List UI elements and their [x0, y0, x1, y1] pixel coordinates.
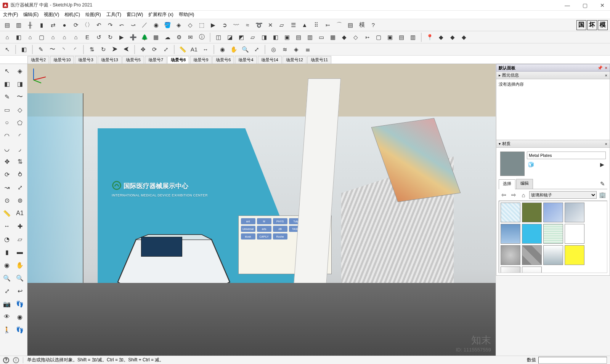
circle-arrow-button[interactable]: ➲ — [220, 20, 230, 30]
material-preview-swatch[interactable] — [500, 152, 525, 176]
box-outline-button[interactable]: ▢ — [37, 32, 47, 42]
free-button[interactable]: 〜 — [47, 45, 57, 54]
compass-button[interactable]: ➳ — [362, 32, 372, 42]
box-a-button[interactable]: ◫ — [214, 32, 223, 42]
zoom-window-button[interactable]: 🔍 — [14, 272, 26, 284]
material-swatch[interactable] — [565, 224, 584, 244]
material-tab-select[interactable]: 选择 — [499, 179, 515, 189]
scene-tab[interactable]: 场景号11 — [307, 56, 331, 64]
mirror-button[interactable]: ▲ — [300, 20, 310, 30]
orbit-button[interactable]: ◉ — [151, 20, 161, 30]
material-menu-button[interactable]: 🏢 — [598, 191, 607, 199]
move-button[interactable]: ✥ — [138, 45, 148, 54]
stairs-button[interactable]: ╫ — [25, 20, 35, 30]
line-button[interactable]: ／ — [140, 20, 149, 30]
box-cyan-button[interactable]: ◆ — [436, 32, 446, 42]
grid-button[interactable]: ▦ — [328, 32, 338, 42]
orbit-button[interactable]: ◉ — [1, 259, 13, 271]
offset-button[interactable]: ⊙ — [1, 194, 13, 206]
box-iso-button[interactable]: ◧ — [14, 32, 24, 42]
pencil-button[interactable]: ✎ — [1, 91, 13, 103]
fill-bucket-button[interactable]: 🪣 — [162, 20, 172, 30]
house-empty-button[interactable]: ⌂ — [59, 32, 69, 42]
arc1-button[interactable]: ◝ — [59, 45, 69, 54]
entity-info-header[interactable]: ▸ 图元信息 × — [496, 72, 610, 79]
menu-x[interactable]: 扩展程序 (x) — [148, 11, 173, 18]
create-material-button[interactable]: 🧊 — [527, 161, 535, 168]
offset2-button[interactable]: ⊚ — [14, 194, 26, 206]
para-button[interactable]: ▱ — [248, 32, 258, 42]
minimize-button[interactable]: — — [562, 3, 573, 8]
scene-tab[interactable]: 场景号10 — [50, 56, 74, 64]
scene-tab[interactable]: 场景号2 — [27, 56, 49, 64]
arc-l-button[interactable]: ⤺ — [117, 20, 127, 30]
eraser-pink-button[interactable]: ◧ — [19, 45, 29, 54]
scene-tab[interactable]: 场景号7 — [145, 56, 167, 64]
grid-dots-button[interactable]: ⠿ — [311, 20, 321, 30]
enscape-d-button[interactable]: ≣ — [303, 45, 313, 54]
waves-button[interactable]: ≈ — [242, 20, 252, 30]
walk-button[interactable]: 👣 — [14, 298, 26, 310]
rect-rot-button[interactable]: ◇ — [14, 104, 26, 116]
tree-circle-button[interactable]: 🌲 — [140, 32, 149, 42]
enscape-button[interactable]: E — [82, 32, 92, 42]
cube-out-button[interactable]: ⬚ — [197, 20, 207, 30]
bars5-button[interactable]: ▮ — [37, 20, 47, 30]
section-button[interactable]: ▮ — [1, 246, 13, 258]
zoom-button[interactable]: 🔍 — [240, 45, 250, 54]
move-button[interactable]: ✥ — [1, 155, 13, 168]
diamond-button[interactable]: ◆ — [339, 32, 349, 42]
enscape-b-button[interactable]: ≋ — [280, 45, 290, 54]
measurement-input[interactable] — [538, 357, 607, 364]
cube-d-button[interactable]: ▣ — [282, 32, 292, 42]
plus-circle-button[interactable]: ➕ — [128, 32, 138, 42]
box-h-button[interactable]: ▣ — [385, 32, 395, 42]
tray-pin-icon[interactable]: 📌 — [597, 65, 603, 70]
pushpull-button[interactable]: ⇅ — [14, 155, 26, 168]
menu-h[interactable]: 帮助(H) — [179, 11, 194, 18]
enscape-play-button[interactable]: ▶ — [117, 32, 127, 42]
iso-cube-button[interactable]: ◈ — [14, 65, 26, 77]
look2-button[interactable]: ◉ — [14, 311, 26, 323]
material-swatch[interactable] — [522, 224, 542, 244]
house-dash-button[interactable]: ⌂ — [71, 32, 81, 42]
scene-tab[interactable]: 场景号9 — [190, 56, 212, 64]
zoom-ext-button[interactable]: ⤢ — [1, 285, 13, 297]
arc3-button[interactable]: ◡ — [1, 142, 13, 155]
material-swatch[interactable] — [522, 203, 542, 222]
protractor-button[interactable]: ◔ — [1, 233, 13, 245]
view-axes-widget[interactable] — [30, 65, 48, 84]
material-tab-edit[interactable]: 编辑 — [516, 179, 533, 189]
eyedropper-button[interactable]: ✎ — [597, 179, 607, 189]
info-icon[interactable]: i — [13, 357, 19, 363]
cube-a-button[interactable]: ◩ — [236, 32, 246, 42]
box-teal-button[interactable]: ◆ — [459, 32, 469, 42]
box-g-button[interactable]: ▢ — [374, 32, 384, 42]
free-button[interactable]: 〜 — [14, 91, 26, 103]
cube-f-button[interactable]: ▥ — [305, 32, 315, 42]
circle-button[interactable]: ○ — [1, 117, 13, 129]
arc-button[interactable]: ◠ — [1, 129, 13, 142]
help-circle-button[interactable]: ? — [368, 20, 378, 30]
material-swatch[interactable] — [501, 267, 520, 273]
cube-b-button[interactable]: ◨ — [259, 32, 269, 42]
pointer-button[interactable]: ↖ — [2, 45, 12, 54]
material-swatch[interactable] — [543, 203, 563, 222]
scale-button[interactable]: ⤢ — [161, 45, 171, 54]
material-nav-back[interactable]: ⇦ — [499, 191, 508, 199]
model-viewport[interactable]: antMPHYSTulipBostonUniversalartsdBTASLYP… — [27, 64, 496, 356]
materials-header[interactable]: ▾ 材质 × — [496, 140, 610, 148]
menu-t[interactable]: 工具(T) — [106, 11, 121, 18]
mail-button[interactable]: ✉ — [185, 32, 195, 42]
scene-tab[interactable]: 场景号13 — [98, 56, 122, 64]
info-circle-button[interactable]: ⓘ — [197, 32, 207, 42]
material-swatch[interactable] — [501, 245, 520, 265]
default-material-button[interactable]: ▶ — [598, 161, 606, 168]
scene-tab[interactable]: 场景号3 — [75, 56, 96, 64]
material-swatch[interactable] — [501, 203, 520, 222]
default-panel-header[interactable]: 默认面板 📌 × — [496, 64, 610, 72]
menu-w[interactable]: 窗口(W) — [127, 11, 143, 18]
axes-button[interactable]: ✚ — [14, 220, 26, 232]
zoom-ext-button[interactable]: ⤢ — [252, 45, 262, 54]
pan-button[interactable]: ✋ — [229, 45, 239, 54]
